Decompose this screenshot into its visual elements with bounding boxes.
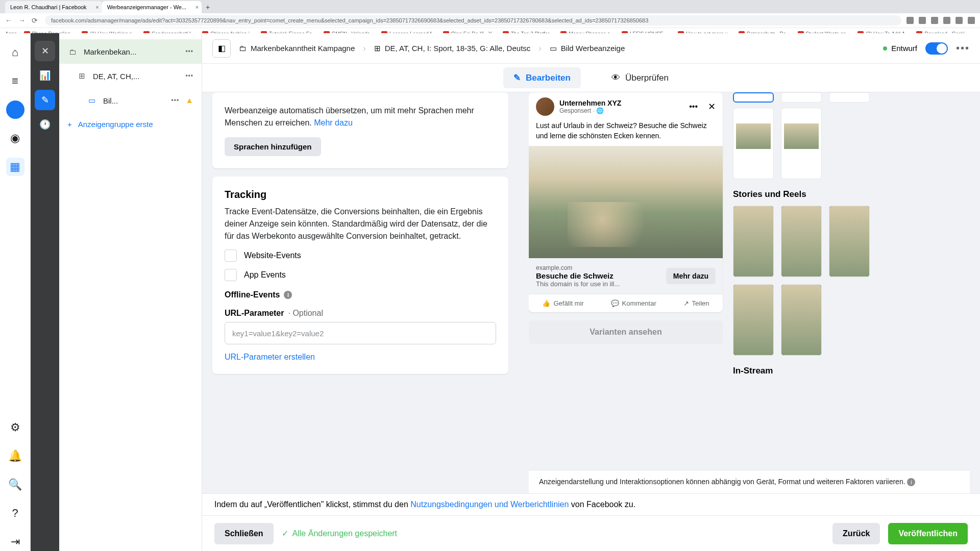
tree-ad[interactable]: ▭ Bil... ••• ▲	[59, 88, 202, 113]
edit-icon[interactable]: ✎	[35, 90, 55, 110]
help-icon[interactable]: ?	[6, 504, 24, 522]
preview-meta: Unternehmen XYZ Gesponsert · 🌐	[559, 99, 684, 114]
main-app: ⌂ ≡ ◉ ▦ ⚙ 🔔 🔍 ? ⇥ ✕ 📊 ✎ 🕐 🗀 Markenbekan.…	[0, 33, 980, 551]
more-icon[interactable]: •••	[185, 48, 193, 55]
avatar[interactable]	[6, 101, 24, 119]
like-button[interactable]: 👍Gefällt mir	[542, 299, 583, 307]
close-button[interactable]: Schließen	[214, 523, 274, 544]
section-title: In-Stream	[733, 366, 970, 376]
grid-icon: ⊞	[77, 71, 87, 81]
extension-icon[interactable]	[931, 17, 938, 24]
terms-link[interactable]: Nutzungsbedingungen und Werberichtlinien	[410, 500, 569, 509]
footer: Schließen ✓Alle Änderungen gespeichert Z…	[202, 515, 980, 551]
info-icon[interactable]: i	[284, 291, 292, 299]
tree-adset[interactable]: ⊞ DE, AT, CH,... •••	[59, 64, 202, 88]
tree-panel: 🗀 Markenbekan... ••• ⊞ DE, AT, CH,... ••…	[59, 33, 202, 551]
placement-thumb[interactable]	[733, 284, 774, 356]
placement-thumb[interactable]	[781, 284, 822, 356]
new-tab-button[interactable]: +	[202, 1, 214, 13]
preview-link-card: example.com Besuche die Schweiz This dom…	[529, 258, 723, 294]
placement-thumb[interactable]	[733, 108, 774, 179]
share-icon: ↗	[683, 299, 689, 307]
placement-thumb[interactable]	[829, 92, 870, 103]
extension-icon[interactable]	[968, 17, 975, 24]
grid-icon[interactable]: ▦	[6, 158, 24, 176]
url-bar[interactable]: facebook.com/adsmanager/manage/ads/edit?…	[45, 15, 901, 26]
back-button[interactable]: Zurück	[832, 523, 880, 544]
close-button[interactable]: ✕	[35, 41, 55, 61]
placement-thumb[interactable]	[733, 206, 774, 277]
home-icon[interactable]: ⌂	[6, 43, 24, 62]
back-icon[interactable]: ←	[5, 16, 13, 24]
gauge-icon[interactable]: ◉	[6, 129, 24, 147]
extension-icon[interactable]	[919, 17, 926, 24]
publish-button[interactable]: Veröffentlichen	[888, 523, 968, 544]
pencil-icon: ✎	[513, 72, 521, 83]
offline-events-label: Offline-Eventsi	[225, 290, 496, 299]
close-icon[interactable]: ×	[95, 4, 99, 10]
collapse-button[interactable]: ◧	[212, 39, 231, 58]
advertiser-avatar	[536, 97, 554, 116]
tab-edit[interactable]: ✎Bearbeiten	[503, 67, 581, 88]
extension-icon[interactable]	[906, 17, 914, 24]
placement-thumb[interactable]	[781, 108, 822, 179]
content: ◧ 🗀Markenbekanntheit Kampagne › ⊞DE, AT,…	[202, 33, 980, 551]
more-icon[interactable]: •••	[185, 72, 193, 80]
forward-icon[interactable]: →	[18, 16, 27, 24]
tree-label: Markenbekan...	[84, 47, 179, 56]
app-events-row[interactable]: App Events	[225, 269, 496, 281]
checkbox[interactable]	[225, 249, 237, 262]
more-icon[interactable]: •••	[172, 97, 180, 104]
extensions	[906, 17, 975, 24]
chart-icon[interactable]: 📊	[35, 65, 55, 86]
tracking-desc: Tracke Event-Datensätze, die Conversions…	[225, 206, 496, 242]
placements-column[interactable]: Stories und Reels	[733, 92, 970, 470]
tracking-title: Tracking	[225, 189, 496, 201]
search-icon[interactable]: 🔍	[6, 475, 24, 494]
share-button[interactable]: ↗Teilen	[683, 299, 709, 307]
placement-thumb[interactable]	[733, 92, 774, 103]
status-dot-icon	[883, 46, 887, 51]
status-toggle[interactable]	[925, 42, 948, 55]
browser-tab[interactable]: Leon R. Chaudhari | Facebook×	[5, 1, 102, 13]
reload-icon[interactable]: ⟳	[32, 16, 40, 24]
tab-review[interactable]: 👁Überprüfen	[601, 68, 679, 88]
placement-thumb[interactable]	[781, 206, 822, 277]
info-icon[interactable]: i	[907, 478, 915, 486]
comment-button[interactable]: 💬Kommentar	[611, 299, 656, 307]
learn-more-link[interactable]: Mehr dazu	[314, 118, 353, 127]
eye-icon: 👁	[611, 73, 620, 83]
placement-thumb[interactable]	[829, 206, 870, 277]
create-url-param-link[interactable]: URL-Parameter erstellen	[225, 353, 315, 361]
tree-campaign[interactable]: 🗀 Markenbekan... •••	[59, 39, 202, 64]
browser-chrome: Leon R. Chaudhari | Facebook× Werbeanzei…	[0, 0, 980, 33]
extension-icon[interactable]	[955, 17, 963, 24]
form-column[interactable]: Werbeanzeige automatisch übersetzen, um …	[202, 92, 519, 493]
add-languages-button[interactable]: Sprachen hinzufügen	[225, 137, 321, 156]
more-icon[interactable]: •••	[956, 42, 970, 54]
view-variants-button[interactable]: Varianten ansehen	[529, 320, 723, 344]
consent-text: Indem du auf „Veröffentlichen" klickst, …	[202, 493, 980, 515]
browser-tab[interactable]: Werbeanzeigenmanager - We...×	[102, 1, 202, 13]
create-adset-button[interactable]: + Anzeigengruppe erste	[59, 113, 202, 136]
url-param-input[interactable]	[225, 322, 496, 344]
gear-icon[interactable]: ⚙	[6, 418, 24, 437]
close-icon[interactable]: ×	[195, 4, 199, 10]
breadcrumb-bar: ◧ 🗀Markenbekanntheit Kampagne › ⊞DE, AT,…	[202, 33, 980, 64]
collapse-icon[interactable]: ⇥	[6, 533, 24, 551]
extension-icon[interactable]	[943, 17, 950, 24]
preview-cta-button[interactable]: Mehr dazu	[666, 268, 716, 284]
website-events-row[interactable]: Website-Events	[225, 249, 496, 262]
more-icon[interactable]: •••	[689, 102, 698, 111]
tab-title: Werbeanzeigenmanager - We...	[107, 4, 187, 10]
bell-icon[interactable]: 🔔	[6, 447, 24, 465]
preview-column: Unternehmen XYZ Gesponsert · 🌐 ••• ✕ Lus…	[519, 92, 980, 493]
crumb-adset[interactable]: ⊞DE, AT, CH, I: Sport, 18-35, G: Alle, D…	[374, 44, 531, 53]
checkbox[interactable]	[225, 269, 237, 281]
history-icon[interactable]: 🕐	[35, 114, 55, 135]
crumb-campaign[interactable]: 🗀Markenbekanntheit Kampagne	[239, 44, 355, 53]
close-icon[interactable]: ✕	[708, 101, 716, 112]
create-label: Anzeigengruppe erste	[78, 120, 153, 129]
placement-thumb[interactable]	[781, 92, 822, 103]
menu-icon[interactable]: ≡	[6, 72, 24, 90]
